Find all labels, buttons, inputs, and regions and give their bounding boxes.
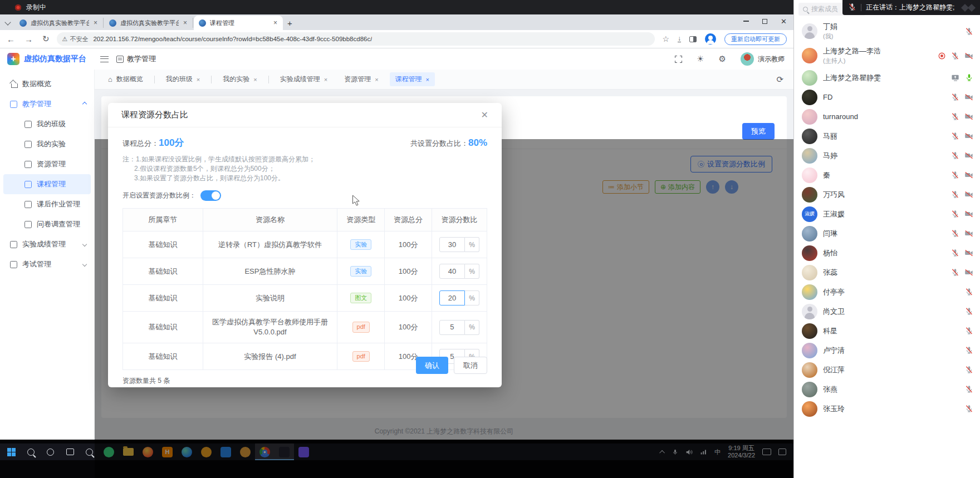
settings-gear-icon[interactable]: ⚙	[719, 54, 726, 64]
chip-close-icon[interactable]: ×	[375, 76, 378, 83]
mic-muted-icon[interactable]	[951, 52, 959, 60]
nav-chip-资源管理[interactable]: 资源管理×	[339, 72, 384, 86]
modal-close-icon[interactable]: ✕	[481, 110, 488, 120]
maximize-button[interactable]	[762, 19, 767, 24]
preview-button[interactable]: 预览	[742, 123, 775, 140]
ratio-value-input[interactable]: 40	[439, 264, 465, 279]
collapse-sidebar-icon[interactable]	[100, 56, 109, 62]
participant-row[interactable]: 万巧风	[794, 185, 980, 204]
confirm-button[interactable]: 确认	[416, 357, 448, 374]
mic-muted-icon[interactable]	[951, 112, 959, 121]
participant-row[interactable]: 马婷	[794, 146, 980, 165]
new-tab-button[interactable]: +	[287, 18, 292, 28]
taskbar-start-icon[interactable]	[2, 443, 21, 460]
cancel-button[interactable]: 取消	[454, 357, 487, 374]
cam-off-icon[interactable]	[964, 132, 973, 140]
side-panel-icon[interactable]	[689, 36, 697, 42]
participant-row[interactable]: 淑媛王淑媛	[794, 204, 980, 224]
mic-muted-icon[interactable]	[965, 346, 973, 354]
ratio-value-input[interactable]: 5	[439, 320, 465, 335]
sidebar-item-数据概览[interactable]: 数据概览	[0, 74, 94, 94]
reload-icon[interactable]: ↻	[42, 34, 50, 44]
sidebar-item-课后作业管理[interactable]: 课后作业管理	[0, 194, 94, 214]
forward-icon[interactable]: →	[24, 35, 33, 44]
chip-close-icon[interactable]: ×	[253, 76, 257, 83]
mic-muted-icon[interactable]	[951, 229, 959, 238]
tab-close-icon[interactable]: ×	[273, 19, 278, 27]
participant-row[interactable]: 付亭亭	[794, 282, 980, 302]
sidebar-item-我的班级[interactable]: 我的班级	[0, 114, 94, 134]
participant-row[interactable]: 科星	[794, 321, 980, 341]
participant-row[interactable]: 张燕	[794, 380, 980, 399]
mic-muted-icon[interactable]	[965, 327, 973, 335]
browser-tab-0[interactable]: 虚拟仿真实验教学平台×	[14, 18, 104, 28]
cam-off-icon[interactable]	[964, 151, 973, 160]
mic-muted-icon[interactable]	[951, 132, 959, 140]
cam-off-icon[interactable]	[964, 190, 973, 199]
close-button[interactable]: ✕	[781, 18, 787, 25]
participant-row[interactable]: 卢宁清	[794, 341, 980, 360]
taskbar-cortana-icon[interactable]	[41, 443, 60, 460]
download-icon[interactable]: ↓	[678, 36, 681, 42]
mic-muted-icon[interactable]	[965, 288, 973, 296]
participant-row[interactable]: 马丽	[794, 126, 980, 146]
back-icon[interactable]: ←	[7, 35, 15, 44]
cam-off-icon[interactable]	[964, 112, 973, 121]
nav-chip-我的实验[interactable]: 我的实验×	[217, 72, 262, 86]
ratio-input[interactable]: 5%	[439, 320, 479, 335]
mic-muted-icon[interactable]	[965, 27, 973, 36]
participant-row[interactable]: 倪江萍	[794, 360, 980, 380]
participant-row[interactable]: 张蕊	[794, 263, 980, 282]
cam-off-icon[interactable]	[964, 229, 973, 238]
mic-muted-icon[interactable]	[951, 190, 959, 199]
ratio-input[interactable]: 30%	[439, 237, 479, 252]
sidebar-item-课程管理[interactable]: 课程管理	[3, 174, 91, 194]
chip-close-icon[interactable]: ×	[426, 76, 429, 83]
cam-off-icon[interactable]	[964, 249, 973, 257]
browser-tab-2[interactable]: 课程管理×	[194, 16, 283, 30]
chip-close-icon[interactable]: ×	[324, 76, 327, 83]
sidebar-item-考试管理[interactable]: 考试管理	[0, 254, 94, 274]
cam-off-icon[interactable]	[964, 93, 973, 101]
taskbar-search-icon[interactable]	[21, 443, 41, 460]
mic-muted-icon[interactable]	[951, 268, 959, 277]
mic-on-icon[interactable]	[965, 73, 973, 82]
fullscreen-icon[interactable]	[675, 56, 682, 63]
sidebar-item-我的实验[interactable]: 我的实验	[0, 134, 94, 154]
participant-row[interactable]: 丁娟(我)	[794, 19, 980, 43]
chip-close-icon[interactable]: ×	[197, 76, 200, 83]
header-nav[interactable]: 教学管理	[116, 54, 156, 64]
ratio-input[interactable]: 40%	[439, 264, 479, 279]
participant-row[interactable]: 尚文卫	[794, 302, 980, 321]
sidebar-item-资源管理[interactable]: 资源管理	[0, 154, 94, 174]
cam-off-icon[interactable]	[964, 268, 973, 277]
tab-close-icon[interactable]: ×	[93, 19, 98, 27]
tab-close-icon[interactable]: ×	[183, 19, 188, 27]
theme-icon[interactable]: ☀	[697, 54, 704, 64]
user-menu[interactable]: 演示教师	[741, 52, 785, 66]
minimize-button[interactable]	[743, 21, 749, 22]
mic-muted-icon[interactable]	[965, 307, 973, 316]
taskbar-task-view-icon[interactable]	[60, 443, 80, 460]
mic-muted-icon[interactable]	[965, 385, 973, 393]
mic-muted-icon[interactable]	[951, 93, 959, 101]
tab-search-chevron-icon[interactable]	[4, 19, 11, 25]
nav-chip-数据概览[interactable]: ⌂数据概览	[102, 72, 149, 86]
mic-muted-icon[interactable]	[965, 366, 973, 374]
profile-avatar[interactable]	[705, 33, 716, 45]
app-logo[interactable]: 虚拟仿真数据平台	[0, 53, 95, 65]
participant-row[interactable]: 秦	[794, 165, 980, 185]
chrome-update-button[interactable]: 重新启动即可更新	[724, 33, 787, 45]
mic-muted-icon[interactable]	[951, 151, 959, 160]
mic-muted-icon[interactable]	[951, 171, 959, 179]
sidebar-item-教学管理[interactable]: 教学管理	[0, 94, 94, 114]
cam-off-icon[interactable]	[964, 52, 973, 60]
sidebar-item-问卷调查管理[interactable]: 问卷调查管理	[0, 214, 94, 234]
participant-row[interactable]: FD	[794, 87, 980, 107]
mic-muted-icon[interactable]	[951, 249, 959, 257]
participant-row[interactable]: 闫琳	[794, 224, 980, 243]
nav-chip-实验成绩管理[interactable]: 实验成绩管理×	[275, 72, 333, 86]
nav-chip-课程管理[interactable]: 课程管理×	[390, 72, 435, 86]
participant-row[interactable]: 张玉玲	[794, 399, 980, 418]
cam-off-icon[interactable]	[964, 171, 973, 179]
